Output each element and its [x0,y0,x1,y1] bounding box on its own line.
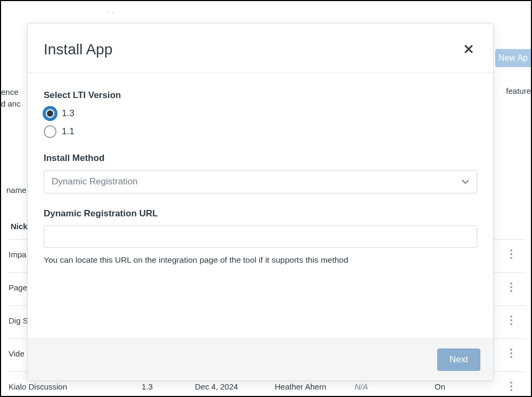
kebab-icon[interactable] [510,249,512,259]
bg-desc-left: ence d anc [1,86,21,110]
modal-title: Install App [44,41,112,58]
radio-icon[interactable] [44,107,56,120]
modal-footer: Next [28,338,493,380]
close-button[interactable] [460,40,477,59]
bg-desc2: d anc [1,99,21,108]
registration-url-input[interactable] [44,225,477,248]
row-na: N/A [355,382,435,391]
row-owner: Heather Ahern [275,382,355,391]
radio-option-1-1[interactable]: 1.1 [44,125,477,138]
bg-nick-label: Nick [11,222,28,231]
bg-desc-right: feature [506,86,531,95]
row-status: On [435,382,472,391]
select-value: Dynamic Registration [52,176,138,187]
install-method-label: Install Method [44,153,477,164]
radio-icon[interactable] [44,125,56,138]
new-app-button[interactable]: New Ap [495,49,531,67]
install-method-select[interactable]: Dynamic Registration [44,170,477,193]
radio-label: 1.1 [62,126,75,137]
next-button[interactable]: Next [437,349,480,371]
close-icon [464,43,473,56]
kebab-icon[interactable] [510,282,512,292]
radio-option-1-3[interactable]: 1.3 [44,107,477,120]
radio-label: 1.3 [62,108,75,119]
registration-url-label: Dynamic Registration URL [44,208,477,219]
row-name: Kialo Discussion [9,382,142,391]
bg-name-label: name [6,185,27,195]
kebab-icon[interactable] [510,315,512,325]
kebab-icon[interactable] [510,349,512,358]
row-date: Dec 4, 2024 [195,382,275,391]
bg-top-fragment: .. [108,6,531,15]
lti-version-label: Select LTI Version [44,90,477,101]
modal-header: Install App [28,23,493,73]
row-version: 1.3 [142,382,195,391]
registration-url-help: You can locate this URL on the integrati… [44,255,477,265]
bg-desc1: ence [1,87,19,96]
install-app-modal: Install App Select LTI Version 1.3 1.1 I… [27,23,494,381]
kebab-icon[interactable] [510,382,512,391]
modal-body: Select LTI Version 1.3 1.1 Install Metho… [28,73,493,338]
